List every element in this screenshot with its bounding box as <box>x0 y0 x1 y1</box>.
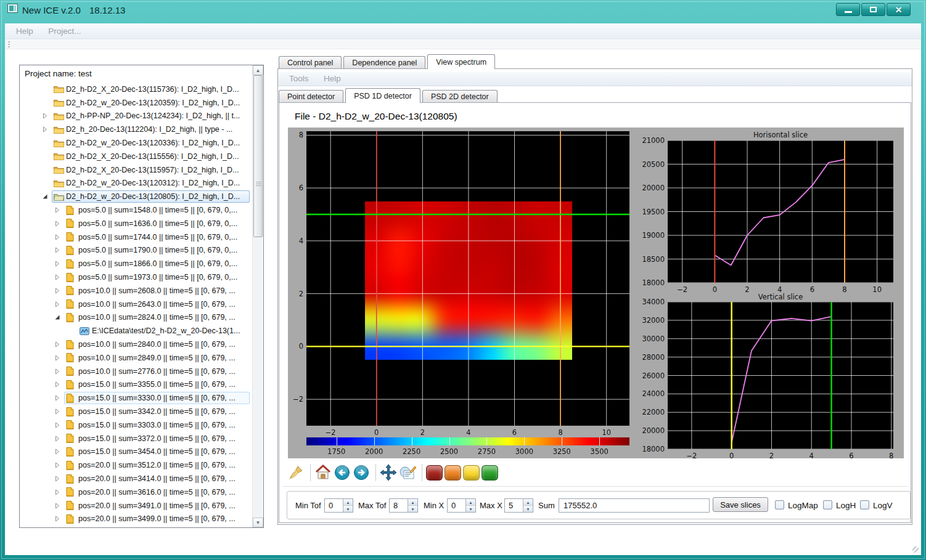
menu-project[interactable]: Project... <box>42 23 87 36</box>
min-tof-spinner[interactable]: 0 ▲▼ <box>324 498 353 513</box>
tree-item[interactable]: pos=10.0 || sum=2849.0 || time=5 || [0, … <box>20 351 263 365</box>
back-button[interactable] <box>334 464 351 481</box>
title-bar[interactable]: New ICE v.2.0 18.12.13 ✕ <box>0 0 926 23</box>
menu-inner-help[interactable]: Help <box>318 72 347 83</box>
tree-item[interactable]: D2_h-D2_w_20-Dec-13(120336): I_D2_high, … <box>20 136 263 150</box>
expander-icon[interactable] <box>54 355 64 361</box>
sum-field[interactable]: 175552.0 <box>559 498 710 513</box>
spin-down-icon[interactable]: ▼ <box>408 505 417 512</box>
home-button[interactable] <box>314 464 332 481</box>
expander-icon[interactable] <box>54 368 64 375</box>
tree-item[interactable]: D2_h-PP-NP_20-Dec-13(124234): I_D2_high,… <box>20 110 263 123</box>
tree-item-content[interactable]: pos=5.0 || sum=1636.0 || time=5 || [0, 6… <box>64 217 250 230</box>
color-orange-button[interactable] <box>445 465 461 481</box>
expander-icon[interactable] <box>54 395 64 401</box>
expander-icon[interactable] <box>42 193 52 200</box>
spin-down-icon[interactable]: ▼ <box>466 505 475 512</box>
tree-item-content[interactable]: D2_h_20-Dec-13(112204): I_D2_high, || ty… <box>52 123 250 136</box>
min-x-spinner[interactable]: 0 ▲▼ <box>447 498 476 513</box>
expander-icon[interactable] <box>54 221 64 227</box>
edit-button[interactable] <box>399 464 416 481</box>
logv-checkbox[interactable] <box>860 500 869 509</box>
tree-item[interactable]: pos=15.0 || sum=3303.0 || time=5 || [0, … <box>20 418 263 432</box>
tree-item-content[interactable]: D2_h-D2_X_20-Dec-13(115556): I_D2_high, … <box>52 150 250 163</box>
tree-item[interactable]: pos=15.0 || sum=3355.0 || time=5 || [0, … <box>20 378 263 392</box>
tab-point-detector[interactable]: Point detector <box>279 90 343 103</box>
tree-item-content[interactable]: pos=5.0 || sum=1744.0 || time=5 || [0, 6… <box>64 231 250 243</box>
tree-item[interactable]: pos=15.0 || sum=3342.0 || time=5 || [0, … <box>20 405 263 418</box>
tree-item[interactable]: pos=20.0 || sum=3512.0 || time=5 || [0, … <box>20 458 263 472</box>
tree-item-content[interactable]: pos=15.0 || sum=3303.0 || time=5 || [0, … <box>64 419 250 431</box>
tree-item-content[interactable]: pos=15.0 || sum=3372.0 || time=5 || [0, … <box>64 432 250 445</box>
tree-item[interactable]: D2_h-D2_X_20-Dec-13(115957): I_D2_high, … <box>20 163 263 177</box>
tree-item-content[interactable]: pos=20.0 || sum=3616.0 || time=5 || [0, … <box>64 486 250 498</box>
expander-icon[interactable] <box>54 261 64 267</box>
expander-icon[interactable] <box>54 234 64 240</box>
tree-item-content[interactable]: pos=20.0 || sum=3414.0 || time=5 || [0, … <box>64 473 250 485</box>
expander-icon[interactable] <box>54 288 64 294</box>
minimize-button[interactable] <box>836 3 860 16</box>
expander-icon[interactable] <box>54 408 64 415</box>
maximize-button[interactable] <box>861 3 885 16</box>
tree-item-content[interactable]: pos=10.0 || sum=2643.0 || time=5 || [0, … <box>64 298 250 310</box>
tree-item[interactable]: pos=20.0 || sum=3499.0 || time=5 || [0, … <box>20 513 263 526</box>
tab-control-panel[interactable]: Control panel <box>279 56 342 69</box>
expander-icon[interactable] <box>54 422 64 428</box>
tree-item[interactable]: pos=10.0 || sum=2824.0 || time=5 || [0, … <box>20 311 263 325</box>
tree-item[interactable]: pos=15.0 || sum=3330.0 || time=5 || [0, … <box>20 391 263 405</box>
tree-item[interactable]: pos=5.0 || sum=1866.0 || time=5 || [0, 6… <box>20 257 263 270</box>
expander-icon[interactable] <box>54 207 64 213</box>
tree-item-content[interactable]: pos=5.0 || sum=1790.0 || time=5 || [0, 6… <box>64 244 250 256</box>
tree-item-content[interactable]: pos=5.0 || sum=1548.0 || time=5 || [0, 6… <box>64 204 250 216</box>
tree-item-content[interactable]: D2_h-D2_w_20-Dec-13(120336): I_D2_high, … <box>52 137 250 149</box>
tree-item-content[interactable]: E:\ICEdata\test/D2_h-D2_w_20-Dec-13(1... <box>78 325 250 337</box>
expander-icon[interactable] <box>42 113 52 119</box>
tree-item-content[interactable]: pos=10.0 || sum=2824.0 || time=5 || [0, … <box>64 311 250 323</box>
tree-item[interactable]: pos=10.0 || sum=2643.0 || time=5 || [0, … <box>20 298 263 311</box>
tree-item[interactable]: pos=5.0 || sum=1973.0 || time=5 || [0, 6… <box>20 270 263 284</box>
tree-item[interactable]: D2_h-D2_w_20-Dec-13(120805): I_D2_high, … <box>20 190 263 203</box>
expander-icon[interactable] <box>54 381 64 388</box>
save-slices-button[interactable]: Save slices <box>713 497 768 512</box>
tree-item-content[interactable]: pos=10.0 || sum=2849.0 || time=5 || [0, … <box>64 352 250 364</box>
tree-item[interactable]: pos=10.0 || sum=2608.0 || time=5 || [0, … <box>20 284 263 298</box>
spin-up-icon[interactable]: ▲ <box>466 499 475 505</box>
resize-grip[interactable] <box>912 546 919 553</box>
tree-item[interactable]: D2_h-D2_X_20-Dec-13(115736): I_D2_high, … <box>20 83 263 96</box>
tree-item-content[interactable]: pos=10.0 || sum=2608.0 || time=5 || [0, … <box>64 285 250 297</box>
expander-icon[interactable] <box>54 462 64 468</box>
menu-tools[interactable]: Tools <box>283 72 315 83</box>
tree-item[interactable]: pos=20.0 || sum=3414.0 || time=5 || [0, … <box>20 472 263 485</box>
tab-view-spectrum[interactable]: View spectrum <box>427 54 495 69</box>
logmap-checkbox[interactable] <box>775 500 784 509</box>
tree-item-content[interactable]: D2_h-D2_w_20-Dec-13(120359): I_D2_high, … <box>52 97 250 109</box>
spin-up-icon[interactable]: ▲ <box>343 499 353 505</box>
color-red-button[interactable] <box>426 465 443 481</box>
expander-icon[interactable] <box>54 314 64 320</box>
tree-item-content[interactable]: D2_h-D2_X_20-Dec-13(115957): I_D2_high, … <box>52 164 250 176</box>
tree-scrollbar[interactable]: ▲ ▼ <box>252 65 263 527</box>
expander-icon[interactable] <box>54 341 64 347</box>
forward-button[interactable] <box>353 464 370 481</box>
tree-item[interactable]: D2_h-D2_X_20-Dec-13(115556): I_D2_high, … <box>20 150 263 163</box>
tree-item[interactable]: D2_h-D2_w_20-Dec-13(120359): I_D2_high, … <box>20 96 263 110</box>
tree-item-content[interactable]: pos=20.0 || sum=3512.0 || time=5 || [0, … <box>64 459 250 471</box>
scrollbar-thumb[interactable] <box>253 75 263 237</box>
tree-item[interactable]: D2_h-D2_w_20-Dec-13(120312): I_D2_high, … <box>20 177 263 190</box>
tree-item[interactable]: pos=10.0 || sum=2840.0 || time=5 || [0, … <box>20 338 263 351</box>
tree-item-content[interactable]: D2_h-D2_w_20-Dec-13(120312): I_D2_high, … <box>52 177 250 189</box>
tree-item-content[interactable]: pos=10.0 || sum=2840.0 || time=5 || [0, … <box>64 338 250 351</box>
tree-item-content[interactable]: pos=15.0 || sum=3342.0 || time=5 || [0, … <box>64 405 250 418</box>
scroll-up-icon[interactable]: ▲ <box>253 65 263 75</box>
tree-item[interactable]: pos=20.0 || sum=3491.0 || time=5 || [0, … <box>20 499 263 513</box>
tree-item[interactable]: pos=5.0 || sum=1744.0 || time=5 || [0, 6… <box>20 230 263 244</box>
toolbar-grip-icon[interactable] <box>8 41 10 47</box>
expander-icon[interactable] <box>54 274 64 280</box>
expander-icon[interactable] <box>54 247 64 253</box>
tree-item-content[interactable]: pos=10.0 || sum=2776.0 || time=5 || [0, … <box>64 365 250 378</box>
expander-icon[interactable] <box>54 503 64 509</box>
color-yellow-button[interactable] <box>463 465 480 481</box>
tab-psd-1d-detector[interactable]: PSD 1D detector <box>345 88 420 103</box>
expander-icon[interactable] <box>54 301 64 307</box>
expander-icon[interactable] <box>54 448 64 455</box>
